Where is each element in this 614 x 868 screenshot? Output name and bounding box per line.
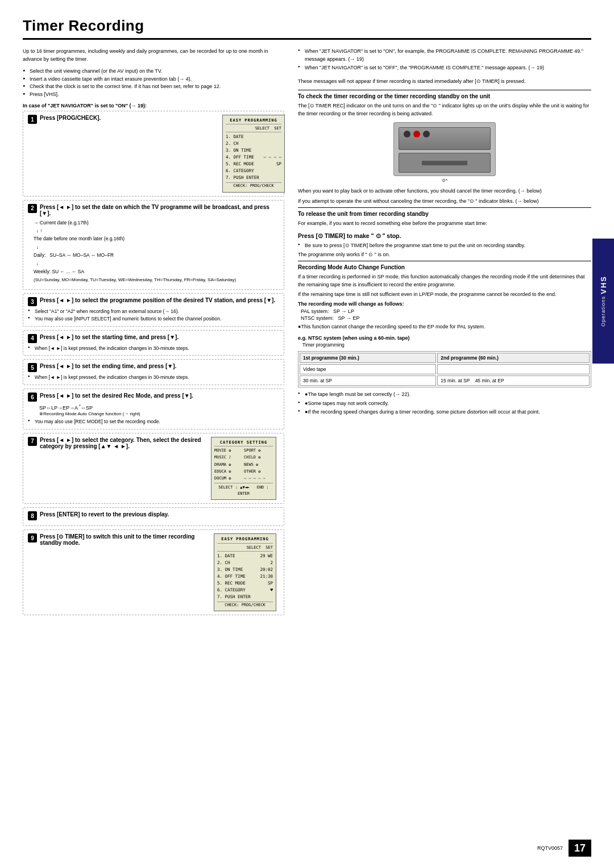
step-3-header: 3 Press [◄ ►] to select the programme po… <box>28 297 279 306</box>
release-header-text: To release the unit from timer recording… <box>298 211 429 217</box>
recording-mode-header-text: Recording Mode Auto Change Function <box>298 264 405 270</box>
step-3-title: Press [◄ ►] to select the programme posi… <box>40 297 275 303</box>
cat-child: CHILD ✿ <box>244 454 273 461</box>
step-1-section: 1 Press [PROG/CHECK]. EASY PROGRAMMING S… <box>23 111 284 197</box>
step-4-bullets: When [◄ ►] is kept pressed, the indicati… <box>28 345 279 352</box>
lcd-select-label: SELECT SET <box>226 126 281 132</box>
pal-value: SP → LP <box>333 308 354 314</box>
vcr-slot <box>422 161 467 165</box>
table-row1-col2 <box>437 364 590 374</box>
table-row-1: Video tape <box>300 364 590 374</box>
step-7-section: 7 Press [◄ ►] to select the category. Th… <box>23 433 284 504</box>
recording-table: 1st programme (30 min.) 2nd programme (6… <box>298 351 591 387</box>
page-container: Timer Recording Up to 16 timer programme… <box>0 0 614 868</box>
right-bullet-1: When "JET NAVIGATOR" is set to "ON", for… <box>298 48 591 63</box>
step-5-bullet-1: When [◄ ►] is kept pressed, the indicati… <box>28 374 279 381</box>
step-5-title: Press [◄ ►] to set the ending time, and … <box>40 363 176 369</box>
left-column: Up to 16 timer programmes, including wee… <box>23 48 284 619</box>
step-9-lcd: EASY PROGRAMMING SELECT SET 1. DATE29 WE… <box>214 533 279 611</box>
lcd-box-2: EASY PROGRAMMING SELECT SET 1. DATE29 WE… <box>214 533 276 611</box>
diagram-line-4: ↓ <box>34 243 279 251</box>
step-2-num: 2 <box>28 204 37 213</box>
step-3-bullets: Select "A1" or "A2" when recording from … <box>28 308 279 323</box>
lcd-row-1: 1. DATE <box>226 133 281 140</box>
cat-movie: MOVIE ✿ <box>214 448 243 454</box>
step-9-section: 9 Press [⊙ TIMER] to switch this unit to… <box>23 529 284 615</box>
rec-mode-flow: SP↔LP→EP→A *↔SP <box>39 403 279 411</box>
step-1-title: Press [PROG/CHECK]. <box>40 115 101 121</box>
vcr-body <box>399 127 491 150</box>
right-bullet-2: When "JET NAVIGATOR" is set to "OFF", th… <box>298 64 591 72</box>
rec-mode-note: ※Recording Mode Auto Change function (→ … <box>39 411 279 416</box>
diagram-line-1: → Current date (e.g.17th) <box>34 219 279 227</box>
step-6-header: 6 Press [◄ ►] to set the desired Rec Mod… <box>28 393 279 402</box>
step-7-lcd: CATEGORY SETTING MOVIE ✿ SPORT ✿ MUSIC ♪… <box>211 437 279 500</box>
lcd-footer-2: CHECK: PROG/CHECK <box>217 602 273 608</box>
lcd-row-5: 5. REC MODESP <box>226 161 281 168</box>
table-col2-header: 2nd programme (60 min.) <box>437 353 590 363</box>
diagram-line-3: The date before one month later (e.g.16t… <box>34 235 279 243</box>
lcd2-row-3: 3. ON TIME20:02 <box>217 566 273 573</box>
step-6-title: Press [◄ ►] to set the desired Rec Mode,… <box>40 393 193 399</box>
cat-empty: – – – – – <box>244 475 273 482</box>
cat-other: OTHER ✿ <box>244 469 273 475</box>
pal-label: PAL system: <box>301 308 329 314</box>
timer-check-text2: When you want to play back or to activat… <box>298 187 591 195</box>
vhs-label: VHS <box>599 276 608 294</box>
operations-label: Operations <box>600 296 606 327</box>
intro-bullets: Select the unit viewing channel (or the … <box>23 68 284 98</box>
intro-bullet-3: Check that the clock is set to the corre… <box>23 83 284 91</box>
cat-title: CATEGORY SETTING <box>214 440 273 446</box>
table-row2-col1: 30 min. at SP <box>300 375 436 386</box>
lcd-footer-1: CHECK: PROG/CHECK <box>226 182 281 189</box>
in-case-label: In case of "JET NAVIGATOR" is set to "ON… <box>23 103 284 108</box>
lcd-title-2: EASY PROGRAMMING <box>217 536 273 543</box>
ntsc-example-label: e.g. NTSC system (when using a 60-min. t… <box>298 335 591 341</box>
lcd-row-4: 4. OFF TIME– – – – <box>226 154 281 161</box>
vcr-device-image <box>393 122 496 176</box>
cat-grid: MOVIE ✿ SPORT ✿ MUSIC ♪ CHILD ✿ DRAMA ✿ … <box>214 448 273 482</box>
release-header: To release the unit from timer recording… <box>298 207 591 217</box>
step-4-section: 4 Press [◄ ►] to set the starting time, … <box>23 330 284 356</box>
release-intro: For example, if you want to record somet… <box>298 220 591 228</box>
step-8-section: 8 Press [ENTER] to revert to the previou… <box>23 507 284 526</box>
step-1-text: 1 Press [PROG/CHECK]. <box>28 115 218 126</box>
diagram-line-5: Daily: SU–SA ↔ MO–SA ↔ MO–FR <box>34 251 279 259</box>
step-7-with-image: 7 Press [◄ ►] to select the category. Th… <box>28 437 279 500</box>
step-9-num: 9 <box>28 533 37 542</box>
table-row2-col2a: 15 min. at SP <box>441 378 470 383</box>
step-2-diagram: → Current date (e.g.17th) ↓ ↑ The date b… <box>28 219 279 284</box>
diagram-line-7: Weekly: SU ← ... ← SA <box>34 268 279 276</box>
programme-note: The programme only works if " ⊙ " is on. <box>298 252 591 257</box>
diagram-line-6: ↓ <box>34 260 279 268</box>
lcd-title-1: EASY PROGRAMMING <box>226 118 281 124</box>
table-col1-header: 1st programme (30 min.) <box>300 353 436 363</box>
step-9-with-image: 9 Press [⊙ TIMER] to switch this unit to… <box>28 533 279 611</box>
timer-check-header-text: To check the timer recording or the time… <box>298 93 490 99</box>
page-code: RQTV0057 <box>537 845 563 851</box>
step-2-header: 2 Press [◄ ►] to set the date on which t… <box>28 204 279 216</box>
pal-row: PAL system: SP → LP <box>298 308 591 314</box>
step-1-header: 1 Press [PROG/CHECK]. <box>28 115 218 124</box>
step-2-section: 2 Press [◄ ►] to set the date on which t… <box>23 200 284 290</box>
category-lcd: CATEGORY SETTING MOVIE ✿ SPORT ✿ MUSIC ♪… <box>211 437 276 500</box>
cat-educa: EDUCA ✿ <box>214 469 243 475</box>
intro-paragraph: Up to 16 timer programmes, including wee… <box>23 48 284 63</box>
vcr-btn-2 <box>413 131 420 137</box>
step-6-bullet-1: You may also use [REC MODE] to set the r… <box>28 418 279 425</box>
step-8-header: 8 Press [ENTER] to revert to the previou… <box>28 511 279 520</box>
lcd2-row-7: 7. PUSH ENTER <box>217 594 273 600</box>
vcr-image-area: ⊙* <box>298 122 591 183</box>
step-7-header: 7 Press [◄ ►] to select the category. Th… <box>28 437 206 449</box>
tape-note: ●The tape length must be set correctly (… <box>298 391 591 399</box>
cat-news: NEWS ✿ <box>244 462 273 468</box>
change-follows-header: The recording mode will change as follow… <box>298 301 591 307</box>
page-footer: RQTV0057 17 <box>537 840 591 857</box>
function-note: ●This function cannot change the recordi… <box>298 323 591 331</box>
step-4-num: 4 <box>28 334 37 343</box>
press-timer-text: Press [⊙ TIMER] to make " ⊙ " stop. <box>298 232 401 239</box>
lcd-row-2: 2. CH <box>226 140 281 147</box>
diagram-line-2: ↓ ↑ <box>34 227 279 235</box>
step-1-num: 1 <box>28 115 37 124</box>
recording-mode-header: Recording Mode Auto Change Function <box>298 261 591 270</box>
